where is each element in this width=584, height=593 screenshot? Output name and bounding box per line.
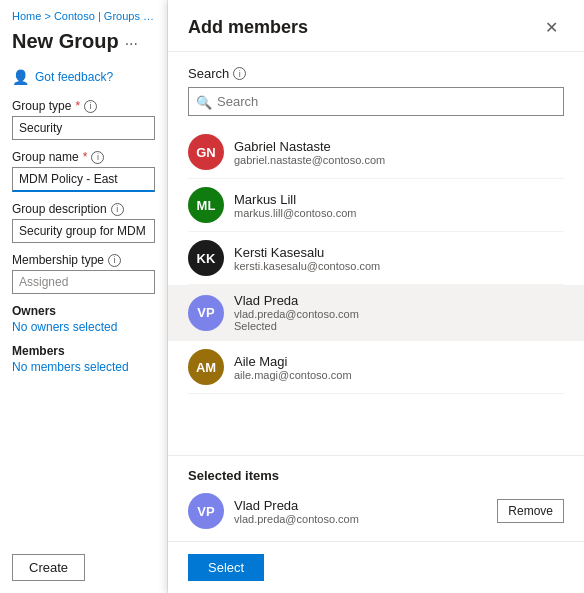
group-type-input[interactable] [12, 116, 155, 140]
selected-user-row: VP Vlad Preda vlad.preda@contoso.com Rem… [188, 493, 564, 529]
selected-user-email: vlad.preda@contoso.com [234, 513, 359, 525]
membership-type-section: Membership type i [12, 253, 155, 294]
search-input-wrapper: 🔍 [188, 87, 564, 116]
group-description-input[interactable] [12, 219, 155, 243]
group-name-section: Group name * i [12, 150, 155, 192]
members-section: Members No members selected [12, 344, 155, 374]
user-list: GNGabriel Nastastegabriel.nastaste@conto… [168, 126, 584, 455]
user-list-item[interactable]: GNGabriel Nastastegabriel.nastaste@conto… [188, 126, 564, 179]
user-avatar: ML [188, 187, 224, 223]
group-name-label: Group name * i [12, 150, 155, 164]
owners-link[interactable]: No owners selected [12, 320, 155, 334]
search-icon: 🔍 [196, 94, 212, 109]
required-indicator: * [75, 99, 80, 113]
modal-footer: Selected items VP Vlad Preda vlad.preda@… [168, 455, 584, 541]
membership-type-input[interactable] [12, 270, 155, 294]
group-type-section: Group type * i [12, 99, 155, 140]
membership-type-label: Membership type i [12, 253, 155, 267]
feedback-label: Got feedback? [35, 70, 113, 84]
user-info: Gabriel Nastastegabriel.nastaste@contoso… [234, 139, 385, 166]
feedback-row[interactable]: 👤 Got feedback? [12, 69, 155, 85]
user-info: Kersti Kasesalukersti.kasesalu@contoso.c… [234, 245, 380, 272]
group-description-label: Group description i [12, 202, 155, 216]
user-email: aile.magi@contoso.com [234, 369, 352, 381]
owners-section: Owners No owners selected [12, 304, 155, 334]
feedback-icon: 👤 [12, 69, 29, 85]
search-input[interactable] [188, 87, 564, 116]
remove-button[interactable]: Remove [497, 499, 564, 523]
ellipsis-button[interactable]: ··· [125, 35, 138, 53]
user-name: Aile Magi [234, 354, 352, 369]
group-name-info-icon[interactable]: i [91, 151, 104, 164]
user-list-item[interactable]: KKKersti Kasesalukersti.kasesalu@contoso… [188, 232, 564, 285]
user-email: vlad.preda@contoso.com [234, 308, 359, 320]
modal-body: Search i 🔍 GNGabriel Nastastegabriel.nas… [168, 52, 584, 455]
user-list-item[interactable]: MLMarkus Lillmarkus.lill@contoso.com [188, 179, 564, 232]
user-avatar: AM [188, 349, 224, 385]
select-button[interactable]: Select [188, 554, 264, 581]
group-description-section: Group description i [12, 202, 155, 243]
user-avatar: GN [188, 134, 224, 170]
page-title: New Group [12, 30, 119, 53]
user-name: Kersti Kasesalu [234, 245, 380, 260]
group-name-input[interactable] [12, 167, 155, 192]
modal-header: Add members ✕ [168, 0, 584, 52]
user-avatar: VP [188, 295, 224, 331]
user-email: markus.lill@contoso.com [234, 207, 356, 219]
user-name: Gabriel Nastaste [234, 139, 385, 154]
user-info: Aile Magiaile.magi@contoso.com [234, 354, 352, 381]
user-name: Vlad Preda [234, 293, 359, 308]
group-name-required: * [83, 150, 88, 164]
modal-title: Add members [188, 17, 308, 38]
user-info: Vlad Predavlad.preda@contoso.comSelected [234, 293, 359, 332]
group-description-info-icon[interactable]: i [111, 203, 124, 216]
create-button[interactable]: Create [12, 554, 85, 581]
search-label: Search i [188, 66, 564, 81]
user-info: Markus Lillmarkus.lill@contoso.com [234, 192, 356, 219]
group-type-label: Group type * i [12, 99, 155, 113]
left-panel: Home > Contoso | Groups > Gr New Group ·… [0, 0, 168, 593]
modal-action-bar: Select [168, 541, 584, 593]
selected-user-info: VP Vlad Preda vlad.preda@contoso.com [188, 493, 359, 529]
modal-close-button[interactable]: ✕ [539, 16, 564, 39]
owners-label: Owners [12, 304, 155, 318]
selected-user-name: Vlad Preda [234, 498, 359, 513]
user-name: Markus Lill [234, 192, 356, 207]
group-type-info-icon[interactable]: i [84, 100, 97, 113]
user-email: kersti.kasesalu@contoso.com [234, 260, 380, 272]
selected-user-details: Vlad Preda vlad.preda@contoso.com [234, 498, 359, 525]
add-members-modal: Add members ✕ Search i 🔍 GNGabriel Nasta… [168, 0, 584, 593]
user-list-item[interactable]: VPVlad Predavlad.preda@contoso.comSelect… [168, 285, 584, 341]
selected-items-title: Selected items [188, 468, 564, 483]
selected-user-avatar: VP [188, 493, 224, 529]
membership-type-info-icon[interactable]: i [108, 254, 121, 267]
user-avatar: KK [188, 240, 224, 276]
selected-badge: Selected [234, 320, 359, 332]
members-label: Members [12, 344, 155, 358]
members-link[interactable]: No members selected [12, 360, 155, 374]
search-info-icon[interactable]: i [233, 67, 246, 80]
breadcrumb: Home > Contoso | Groups > Gr [12, 10, 155, 22]
user-email: gabriel.nastaste@contoso.com [234, 154, 385, 166]
user-list-item[interactable]: AMAile Magiaile.magi@contoso.com [188, 341, 564, 394]
